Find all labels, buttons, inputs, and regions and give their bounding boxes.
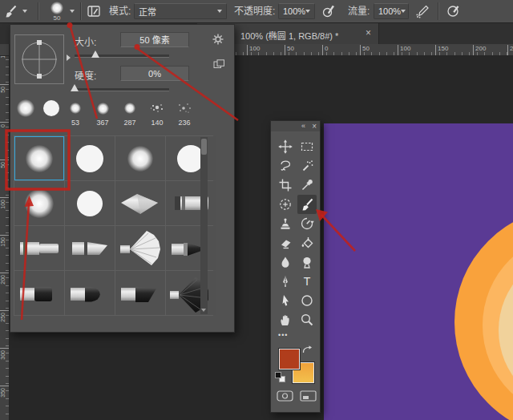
hand-tool[interactable] [276, 310, 295, 329]
hardness-slider-thumb[interactable] [71, 84, 79, 91]
pen-tool[interactable] [276, 272, 295, 291]
magic-wand-tool[interactable] [297, 156, 317, 176]
recent-brush-367[interactable] [91, 99, 115, 118]
default-foreground-mini-swatch[interactable] [275, 372, 281, 378]
foreground-color-swatch[interactable] [279, 349, 300, 370]
magic-wand-icon [300, 159, 314, 173]
tools-panel-header[interactable]: « × [271, 121, 320, 131]
scrollbar-down-arrow-icon[interactable] [201, 309, 206, 312]
recent-brush-140[interactable] [145, 99, 169, 118]
brush-grid-scrollbar[interactable] [200, 137, 208, 314]
brush-angle-control[interactable] [14, 34, 64, 84]
airbrush-button[interactable] [414, 2, 431, 20]
flat-brush-icon [15, 228, 63, 269]
vertical-ruler[interactable]: 100 50 0 50 100 150 200 250 300 350 [0, 44, 10, 420]
size-pressure-button[interactable] [444, 2, 462, 20]
brush-size-input[interactable]: 50 像素 [120, 32, 189, 47]
brush-preset-cell[interactable] [115, 226, 165, 270]
create-brush-icon[interactable] [213, 59, 225, 69]
brush-preset-cell[interactable] [65, 226, 115, 270]
size-slider-thumb[interactable] [91, 50, 99, 58]
current-tool-button[interactable] [3, 2, 34, 20]
healing-icon [278, 197, 293, 212]
paint-bucket-tool[interactable] [297, 233, 317, 252]
brush-preset-cell[interactable] [166, 271, 216, 315]
brush-preset-cell[interactable] [65, 271, 115, 315]
chevron-down-icon [401, 10, 406, 13]
rectangular-marquee-tool[interactable] [297, 137, 317, 156]
flat-dark-brush-icon [15, 273, 63, 314]
flow-select[interactable]: 100% [374, 3, 409, 19]
roller-brush-icon [167, 183, 215, 224]
hardness-slider[interactable] [75, 88, 169, 91]
dodge-tool[interactable] [297, 252, 317, 272]
brush-preset-cell-selected[interactable] [14, 136, 64, 180]
zoom-tool[interactable] [297, 310, 317, 329]
brush-preset-cell[interactable] [14, 271, 64, 315]
scrollbar-thumb[interactable] [201, 139, 207, 155]
eyedropper-tool[interactable] [297, 176, 317, 195]
toggle-brush-settings-panel-button[interactable] [85, 2, 103, 20]
blur-tool[interactable] [276, 252, 295, 272]
edit-toolbar-icon[interactable]: ••• [278, 331, 288, 339]
screen-mode-button[interactable] [300, 390, 317, 402]
spot-healing-tool[interactable] [276, 195, 295, 214]
brush-preset-cell[interactable] [166, 136, 216, 180]
brush-tool[interactable] [297, 195, 317, 214]
brush-preset-picker-button[interactable]: 50 [43, 1, 79, 22]
history-brush-tool[interactable] [297, 214, 317, 233]
swap-colors-icon[interactable] [301, 345, 313, 354]
flow-label: 流量: [348, 6, 370, 16]
recent-brush-53[interactable] [63, 99, 87, 118]
recent-brush-236[interactable] [172, 99, 196, 118]
ellipse-icon [300, 293, 314, 308]
recent-brush-287[interactable] [118, 99, 142, 118]
v-ruler-label: 50 [0, 162, 6, 168]
document-canvas[interactable] [324, 123, 513, 420]
path-selection-tool[interactable] [276, 291, 295, 310]
gear-icon[interactable] [212, 33, 224, 46]
recent-brush-number: 287 [118, 119, 142, 127]
svg-text:T: T [304, 275, 311, 288]
flip-arrow-icon[interactable] [67, 55, 71, 61]
type-tool[interactable]: T [297, 272, 317, 291]
v-ruler-label: 100 [0, 200, 6, 209]
brush-preset-cell[interactable] [115, 181, 165, 225]
brush-preset-cell[interactable] [115, 271, 165, 315]
selection-arrow-icon [278, 293, 293, 308]
eraser-tool[interactable] [276, 233, 295, 252]
recent-brush-soft-round[interactable] [14, 99, 38, 118]
blend-mode-select[interactable]: 正常 [134, 3, 227, 19]
ruler-corner [0, 44, 10, 56]
brush-preset-cell[interactable] [65, 136, 115, 180]
chevron-down-icon [305, 10, 310, 13]
brush-preset-cell[interactable] [14, 181, 64, 225]
size-slider[interactable] [75, 55, 169, 58]
brush-preset-cell[interactable] [166, 226, 216, 270]
clone-stamp-tool[interactable] [276, 214, 295, 233]
move-icon [278, 139, 293, 154]
opacity-select[interactable]: 100% [278, 3, 315, 19]
recent-brush-number: 367 [91, 119, 115, 127]
h-ruler-label: 50 [285, 45, 294, 55]
brush-preset-cell[interactable] [115, 136, 165, 180]
crop-tool[interactable] [276, 176, 295, 195]
recent-brush-hard-round[interactable] [39, 99, 63, 118]
collapse-panel-icon[interactable]: « [301, 122, 305, 131]
separator [80, 2, 82, 20]
quick-mask-button[interactable] [277, 390, 293, 402]
close-panel-icon[interactable]: × [312, 122, 317, 131]
brush-panel-icon [87, 4, 101, 18]
brush-preset-cell[interactable] [65, 181, 115, 225]
tab-close-icon[interactable]: × [366, 28, 371, 38]
brush-preset-cell[interactable] [14, 226, 64, 270]
lasso-tool[interactable] [276, 156, 295, 176]
tool-options-bar: 50 模式: 正常 不透明度: 100% 流量: [0, 0, 513, 23]
move-tool[interactable] [276, 137, 295, 156]
brush-size-badge: 50 [50, 14, 63, 22]
brush-hardness-input[interactable]: 0% [120, 66, 189, 81]
water-drop-icon [278, 255, 293, 269]
opacity-pressure-button[interactable] [320, 2, 337, 20]
brush-preset-cell[interactable] [166, 181, 216, 225]
ellipse-shape-tool[interactable] [297, 291, 317, 310]
